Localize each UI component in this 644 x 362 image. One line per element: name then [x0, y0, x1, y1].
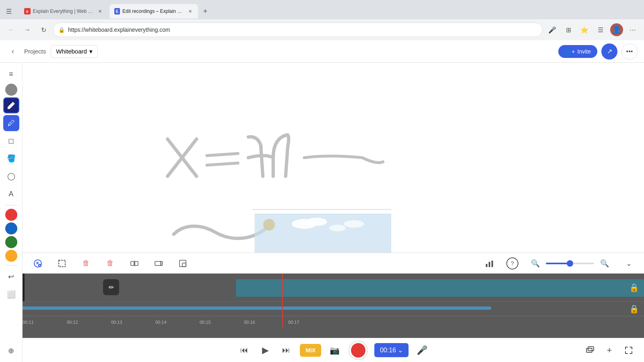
- main-area: ≡ 🖊 ◻ 🪣: [0, 63, 644, 362]
- svg-rect-11: [131, 261, 134, 265]
- playhead[interactable]: [282, 274, 283, 327]
- browser-tab-2[interactable]: E Edit recordings – Explain Everyth ✕: [109, 4, 198, 19]
- pen-tool-btn[interactable]: [3, 97, 19, 113]
- zoom-out-btn[interactable]: 🔍: [528, 256, 543, 271]
- record-button[interactable]: [349, 341, 368, 360]
- overlay-btn[interactable]: [583, 343, 597, 358]
- timeline-ruler: 00:11 00:12 00:13 00:14 00:15 00:16 00:1…: [23, 316, 644, 327]
- more-dots-icon: •••: [626, 48, 633, 55]
- frame-icon: ⬜: [7, 290, 16, 299]
- timeline-left-edge: [23, 274, 25, 301]
- zoom-in-icon: ⊕: [8, 346, 14, 355]
- timeline-select-icon: [33, 259, 43, 268]
- forward-btn[interactable]: ⏭: [279, 343, 293, 358]
- tab1-close-btn[interactable]: ✕: [97, 8, 103, 14]
- timeline-select-btn[interactable]: [31, 256, 45, 271]
- timeline-delete-all-btn[interactable]: 🗑: [103, 256, 118, 271]
- collections-btn[interactable]: ☰: [594, 23, 607, 36]
- browser-menu-btn[interactable]: ⋯: [626, 23, 639, 36]
- timeline-segment-main[interactable]: [236, 279, 644, 297]
- text-icon: A: [8, 190, 13, 198]
- share-button[interactable]: ↗: [601, 43, 617, 60]
- more-options-button[interactable]: •••: [621, 43, 638, 60]
- share-icon: ↗: [607, 47, 612, 55]
- frame-btn[interactable]: ⬜: [3, 286, 19, 302]
- forward-button[interactable]: →: [21, 23, 34, 36]
- invite-button[interactable]: 👤+ Invite: [558, 45, 597, 58]
- zoom-slider[interactable]: [546, 263, 594, 264]
- transport-bar: ⏮ ▶ ⏭ MIX 📷: [23, 338, 644, 362]
- tab-bar-controls: ☰: [3, 6, 14, 17]
- time-display[interactable]: 00:16 ⌄: [374, 343, 409, 357]
- timeline-trim-btn[interactable]: [151, 256, 166, 271]
- browser-tab-1[interactable]: e Explain Everything | Web W... ✕: [19, 4, 108, 19]
- whiteboard-dropdown-icon: ▾: [89, 48, 93, 55]
- ruler-tick-14: 00:14: [155, 320, 167, 325]
- lock-icon: 🔒: [58, 27, 65, 33]
- trim-icon: [154, 259, 163, 268]
- text-tool-btn[interactable]: A: [3, 186, 19, 202]
- back-button[interactable]: ←: [5, 23, 18, 36]
- edit-marker-btn[interactable]: ✏: [103, 279, 119, 295]
- menu-icon: ≡: [9, 70, 13, 78]
- shape-tool-btn[interactable]: ◯: [3, 168, 19, 184]
- fullscreen-btn[interactable]: [621, 343, 636, 358]
- delete-icon: 🗑: [83, 259, 90, 267]
- timeline-chart-btn[interactable]: [482, 256, 497, 271]
- highlighter-tool-btn[interactable]: 🖊: [3, 115, 19, 131]
- undo-btn[interactable]: ↩: [3, 269, 19, 285]
- add-clip-btn[interactable]: +: [602, 343, 617, 358]
- shape-icon: ◯: [7, 172, 15, 181]
- whiteboard-title-btn[interactable]: Whiteboard ▾: [51, 45, 98, 58]
- favorites-btn[interactable]: ⭐: [578, 23, 591, 36]
- reload-button[interactable]: ↻: [37, 23, 50, 36]
- eraser-tool-btn[interactable]: ◻: [3, 133, 19, 149]
- split-icon: [130, 259, 139, 268]
- color-swatch-blue[interactable]: [5, 222, 17, 234]
- top-bar-right: 👤+ Invite ↗ •••: [558, 43, 638, 60]
- timeline-collapse-btn[interactable]: ⌄: [621, 256, 636, 271]
- delete-all-icon: 🗑: [107, 259, 114, 267]
- microphone-btn[interactable]: 🎤: [546, 23, 559, 36]
- profile-btn[interactable]: 👤: [610, 23, 623, 36]
- fill-tool-btn[interactable]: 🪣: [3, 150, 19, 167]
- color-swatch-yellow[interactable]: [5, 250, 17, 262]
- timeline-toolbar: 🗑 🗑: [23, 253, 644, 274]
- timeline-marquee-btn[interactable]: [55, 256, 69, 271]
- canvas-area[interactable]: [23, 63, 644, 253]
- zoom-in-timeline-btn[interactable]: 🔍: [597, 256, 612, 271]
- fullscreen-icon: [624, 346, 634, 355]
- sidebar-toggle-btn[interactable]: ☰: [3, 6, 14, 17]
- collapse-icon: ⌄: [626, 259, 632, 268]
- menu-tool-btn[interactable]: ≡: [3, 66, 19, 82]
- color-swatch-gray[interactable]: [5, 84, 17, 96]
- extensions-btn[interactable]: ⊞: [562, 23, 575, 36]
- color-swatch-green[interactable]: [5, 236, 17, 248]
- new-tab-button[interactable]: +: [200, 6, 211, 17]
- microphone-transport-btn[interactable]: 🎤: [415, 343, 429, 358]
- svg-rect-19: [489, 262, 490, 267]
- rewind-btn[interactable]: ⏮: [237, 343, 252, 358]
- timeline-delete-btn[interactable]: 🗑: [79, 256, 93, 271]
- tab2-title: Edit recordings – Explain Everyth: [122, 8, 185, 14]
- video-camera-icon: 📷: [330, 346, 340, 355]
- zoom-in-btn[interactable]: ⊕: [3, 343, 19, 359]
- video-camera-btn[interactable]: 📷: [328, 343, 342, 358]
- timeline-help-btn[interactable]: ?: [506, 257, 518, 269]
- url-bar[interactable]: 🔒 https://whiteboard.explaineverything.c…: [53, 23, 543, 37]
- marquee-icon: [58, 259, 66, 268]
- timeline-split-btn[interactable]: [127, 256, 142, 271]
- svg-point-5: [329, 225, 346, 231]
- projects-label[interactable]: Projects: [24, 48, 46, 55]
- mix-button[interactable]: MIX: [300, 344, 321, 357]
- tab2-close-btn[interactable]: ✕: [188, 8, 193, 14]
- timeline-crop-btn[interactable]: [175, 256, 190, 271]
- mix-label: MIX: [305, 347, 316, 354]
- play-btn[interactable]: ▶: [258, 343, 272, 358]
- browser-chrome: ☰ e Explain Everything | Web W... ✕ E Ed…: [0, 0, 644, 40]
- back-to-projects-btn[interactable]: ‹: [6, 45, 19, 58]
- app-content: ‹ Projects Whiteboard ▾ 👤+ Invite ↗ ••• …: [0, 40, 644, 362]
- color-swatch-red[interactable]: [5, 209, 17, 221]
- invite-icon: 👤+: [565, 48, 575, 55]
- crop-icon: [178, 259, 187, 268]
